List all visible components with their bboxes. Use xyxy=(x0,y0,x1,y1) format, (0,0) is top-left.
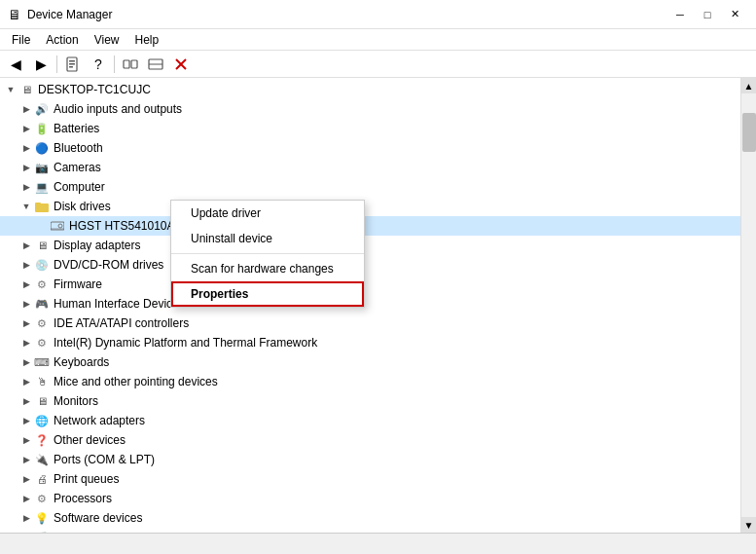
device-icon-hgst xyxy=(50,218,65,234)
expand-icon-network[interactable]: ▶ xyxy=(19,416,33,425)
scroll-down[interactable]: ▼ xyxy=(741,517,757,533)
expand-icon-display[interactable]: ▶ xyxy=(19,240,33,250)
menu-file[interactable]: File xyxy=(4,31,38,49)
tree-item-hid[interactable]: ▶🎮Human Interface Devices xyxy=(0,294,740,314)
tree-item-keyboards[interactable]: ▶⌨Keyboards xyxy=(0,352,740,372)
expand-icon-print[interactable]: ▶ xyxy=(19,474,33,484)
tree-label-keyboards: Keyboards xyxy=(54,355,109,369)
device-icon-network: 🌐 xyxy=(34,413,50,428)
expand-icon-monitors[interactable]: ▶ xyxy=(19,396,33,406)
minimize-button[interactable]: ─ xyxy=(666,4,694,25)
device-icon-hid: 🎮 xyxy=(34,296,50,312)
device-icon-computer: 💻 xyxy=(34,179,50,195)
toolbar-show-hidden[interactable] xyxy=(119,53,142,76)
ctx-uninstall-device[interactable]: Uninstall device xyxy=(171,226,364,251)
tree-item-computer[interactable]: ▶💻Computer xyxy=(0,177,740,197)
toolbar-properties[interactable] xyxy=(61,53,85,76)
tree-label-ports: Ports (COM & LPT) xyxy=(54,453,155,466)
tree-item-network[interactable]: ▶🌐Network adapters xyxy=(0,411,740,430)
tree-item-processors[interactable]: ▶⚙Processors xyxy=(0,489,740,508)
tree-item-batteries[interactable]: ▶🔋Batteries xyxy=(0,119,740,138)
expand-icon-diskdrives[interactable]: ▼ xyxy=(19,202,33,211)
tree-item-ports[interactable]: ▶🔌Ports (COM & LPT) xyxy=(0,450,740,469)
device-icon-batteries: 🔋 xyxy=(34,121,50,136)
scroll-up[interactable]: ▲ xyxy=(741,78,757,93)
ctx-update-driver[interactable]: Update driver xyxy=(171,201,364,226)
expand-icon-other[interactable]: ▶ xyxy=(19,435,33,445)
expand-icon-ide[interactable]: ▶ xyxy=(19,318,33,328)
tree-item-bluetooth[interactable]: ▶🔵Bluetooth xyxy=(0,138,740,158)
toolbar-back[interactable]: ◀ xyxy=(4,53,27,76)
tree-item-mice[interactable]: ▶🖱Mice and other pointing devices xyxy=(0,372,740,391)
expand-icon-cameras[interactable]: ▶ xyxy=(19,163,33,172)
tree-label-hid: Human Interface Devices xyxy=(54,297,185,311)
device-icon-print: 🖨 xyxy=(34,471,50,487)
toolbar-scan[interactable] xyxy=(144,53,167,76)
device-icon-dvd: 💿 xyxy=(34,257,50,273)
ctx-scan-hardware[interactable]: Scan for hardware changes xyxy=(171,256,364,281)
menu-action[interactable]: Action xyxy=(38,31,86,49)
tree-item-firmware[interactable]: ▶⚙Firmware xyxy=(0,275,740,294)
tree-label-processors: Processors xyxy=(54,492,112,505)
expand-icon-audio[interactable]: ▶ xyxy=(19,104,33,114)
svg-rect-11 xyxy=(35,203,41,205)
scroll-thumb[interactable] xyxy=(742,113,756,152)
tree-item-dvd[interactable]: ▶💿DVD/CD-ROM drives xyxy=(0,255,740,275)
tree-item-sound[interactable]: ▶🎵Sound, video and game controllers xyxy=(0,528,740,533)
title-bar-controls: ─ □ ✕ xyxy=(666,4,748,25)
tree-item-ide[interactable]: ▶⚙IDE ATA/ATAPI controllers xyxy=(0,314,740,333)
device-icon-display: 🖥 xyxy=(34,238,50,253)
expand-icon-batteries[interactable]: ▶ xyxy=(19,124,33,133)
tree-item-cameras[interactable]: ▶📷Cameras xyxy=(0,158,740,177)
device-icon-audio: 🔊 xyxy=(34,101,50,117)
close-button[interactable]: ✕ xyxy=(721,4,748,25)
tree-item-monitors[interactable]: ▶🖥Monitors xyxy=(0,391,740,411)
expand-icon-dvd[interactable]: ▶ xyxy=(19,260,33,270)
expand-icon-software[interactable]: ▶ xyxy=(19,513,33,523)
scroll-track[interactable] xyxy=(741,93,756,517)
menu-help[interactable]: Help xyxy=(127,31,167,49)
device-icon-software: 💡 xyxy=(34,510,50,526)
ctx-properties[interactable]: Properties xyxy=(171,281,364,307)
scrollbar[interactable]: ▲ ▼ xyxy=(740,78,756,533)
maximize-button[interactable]: □ xyxy=(694,4,721,25)
device-icon-ports: 🔌 xyxy=(34,452,50,467)
menu-bar: File Action View Help xyxy=(0,29,756,51)
tree-item-audio[interactable]: ▶🔊Audio inputs and outputs xyxy=(0,99,740,119)
tree-item-software[interactable]: ▶💡Software devices xyxy=(0,508,740,528)
tree-item-hgst[interactable]: HGST HTS541010A9E680 xyxy=(0,216,740,236)
device-icon-monitors: 🖥 xyxy=(34,393,50,409)
toolbar: ◀ ▶ ? xyxy=(0,51,756,78)
expand-icon-root[interactable]: ▼ xyxy=(4,85,18,94)
tree-panel[interactable]: ▼🖥DESKTOP-TC1CUJC▶🔊Audio inputs and outp… xyxy=(0,78,740,533)
svg-point-13 xyxy=(58,224,62,228)
tree-item-other[interactable]: ▶❓Other devices xyxy=(0,430,740,450)
device-icon-cameras: 📷 xyxy=(34,160,50,175)
expand-icon-keyboards[interactable]: ▶ xyxy=(19,357,33,367)
device-icon-keyboards: ⌨ xyxy=(34,354,50,370)
tree-label-display: Display adapters xyxy=(54,239,140,252)
tree-label-software: Software devices xyxy=(54,511,142,525)
status-bar xyxy=(0,533,756,554)
expand-icon-bluetooth[interactable]: ▶ xyxy=(19,143,33,153)
tree-item-print[interactable]: ▶🖨Print queues xyxy=(0,469,740,489)
toolbar-help[interactable]: ? xyxy=(87,53,110,76)
expand-icon-processors[interactable]: ▶ xyxy=(19,494,33,503)
tree-item-diskdrives[interactable]: ▼Disk drives xyxy=(0,197,740,216)
menu-view[interactable]: View xyxy=(87,31,127,49)
expand-icon-mice[interactable]: ▶ xyxy=(19,377,33,387)
tree-item-root[interactable]: ▼🖥DESKTOP-TC1CUJC xyxy=(0,80,740,99)
toolbar-forward[interactable]: ▶ xyxy=(29,53,53,76)
device-icon-ide: ⚙ xyxy=(34,315,50,331)
expand-icon-computer[interactable]: ▶ xyxy=(19,182,33,192)
toolbar-remove[interactable] xyxy=(169,53,193,76)
expand-icon-ports[interactable]: ▶ xyxy=(19,455,33,464)
tree-label-monitors: Monitors xyxy=(54,394,98,408)
expand-icon-hid[interactable]: ▶ xyxy=(19,299,33,309)
expand-icon-intel[interactable]: ▶ xyxy=(19,338,33,348)
expand-icon-firmware[interactable]: ▶ xyxy=(19,279,33,289)
tree-item-intel[interactable]: ▶⚙Intel(R) Dynamic Platform and Thermal … xyxy=(0,333,740,352)
tree-item-display[interactable]: ▶🖥Display adapters xyxy=(0,236,740,255)
device-icon-firmware: ⚙ xyxy=(34,277,50,292)
device-icon-root: 🖥 xyxy=(18,82,34,97)
